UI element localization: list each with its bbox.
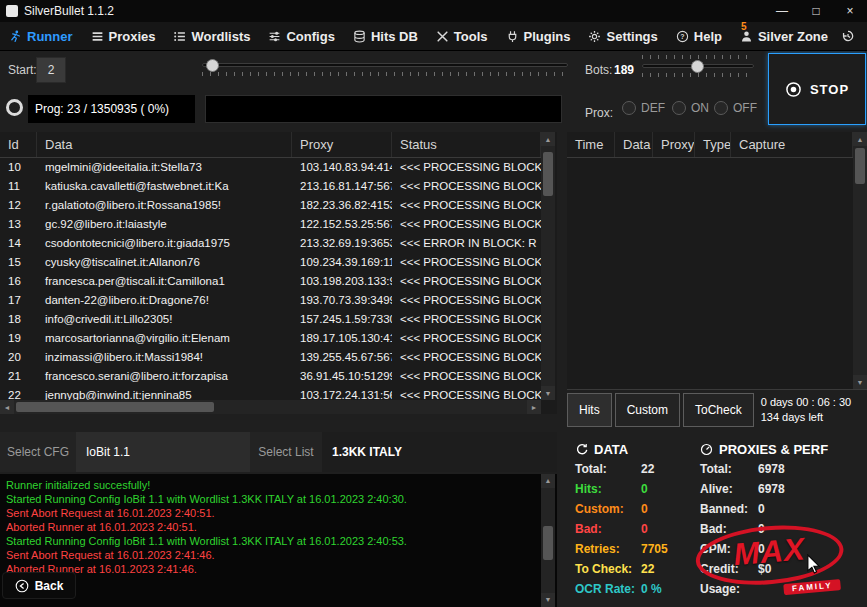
proxies-panel: PROXIES & PERF Total:6978Alive:6978Banne… [700, 439, 828, 599]
bots-value: 189 [614, 63, 634, 77]
table-cell: 14 [0, 234, 37, 253]
stop-label: STOP [810, 82, 849, 97]
log-console[interactable]: Runner initialized succesfully!Started R… [0, 474, 557, 607]
nav-item-tools[interactable]: Tools [427, 22, 497, 50]
table-row[interactable]: 14csodontotecnici@libero.it:giada1975213… [0, 234, 541, 253]
radio-icon[interactable] [672, 101, 686, 115]
bots-slider[interactable] [642, 55, 754, 77]
tab-custom[interactable]: Custom [615, 393, 680, 427]
maximize-button[interactable]: □ [799, 0, 833, 22]
table-cell: 213.32.69.19:36534 [292, 234, 392, 253]
prox-option-on[interactable]: ON [672, 101, 709, 115]
hits-vertical-scrollbar[interactable]: ▲ ▼ [853, 132, 867, 389]
scroll-down-arrow[interactable]: ▼ [541, 593, 555, 607]
table-cell: 10 [0, 158, 37, 177]
start-input[interactable] [36, 57, 66, 83]
column-header-capture[interactable]: Capture [731, 132, 853, 157]
runner-icon [9, 30, 22, 43]
table-row[interactable]: 12r.galatioto@libero.it:Rossana1985!182.… [0, 196, 541, 215]
radio-icon[interactable] [714, 101, 728, 115]
bots-ticks-bottom [642, 73, 754, 77]
table-row[interactable]: 20inzimassi@libero.it:Massi1984!139.255.… [0, 348, 541, 367]
column-header-data[interactable]: Data [37, 132, 292, 157]
table-row[interactable]: 17danten-22@libero.it:Dragone76!193.70.7… [0, 291, 541, 310]
stop-button[interactable]: STOP [768, 53, 866, 125]
column-header-id[interactable]: Id [0, 132, 37, 157]
table-cell: 11 [0, 177, 37, 196]
back-button[interactable]: Back [2, 572, 76, 599]
scrollbar-thumb[interactable] [543, 152, 553, 196]
select-list-button[interactable]: Select List [250, 432, 322, 472]
scrollbar-track[interactable] [541, 488, 555, 593]
table-row[interactable]: 10mgelmini@ideeitalia.it:Stella73103.140… [0, 158, 541, 177]
column-header-data[interactable]: Data [615, 132, 653, 157]
nav-item-hitsdb[interactable]: Hits DB [344, 22, 427, 50]
scroll-up-arrow[interactable]: ▲ [541, 474, 555, 488]
stat-value: 6978 [758, 462, 785, 476]
table-row[interactable]: 19marcosartorianna@virgilio.it:Elenam189… [0, 329, 541, 348]
table-row[interactable]: 11katiuska.cavalletti@fastwebnet.it:Ka21… [0, 177, 541, 196]
stat-label: Total: [700, 462, 758, 476]
nav-item-wordlists[interactable]: Wordlists [164, 22, 259, 50]
scroll-down-arrow[interactable]: ▼ [541, 386, 555, 400]
scrollbar-track[interactable] [14, 400, 527, 414]
speed-slider[interactable] [202, 63, 568, 76]
tab-tocheck[interactable]: ToCheck [683, 393, 754, 427]
scroll-left-arrow[interactable]: ◄ [0, 400, 14, 414]
slider-track[interactable] [202, 63, 568, 67]
prox-option-off[interactable]: OFF [714, 101, 757, 115]
prox-label: Prox: [585, 106, 613, 120]
nav-item-proxies[interactable]: Proxies [82, 22, 165, 50]
table-row[interactable]: 15cyusky@tiscalinet.it:Allanon76109.234.… [0, 253, 541, 272]
prox-option-label: ON [691, 101, 709, 115]
table-cell: <<< PROCESSING BLOCK [392, 215, 541, 234]
stat-row: Retries:7705 [575, 539, 668, 559]
scrollbar-thumb[interactable] [855, 148, 865, 184]
column-header-proxy[interactable]: Proxy [292, 132, 392, 157]
nav-item-silver-zone[interactable]: 5 Silver Zone [731, 22, 837, 50]
back-arrow-icon [15, 579, 29, 593]
log-vertical-scrollbar[interactable]: ▲ ▼ [541, 474, 555, 607]
scroll-up-arrow[interactable]: ▲ [541, 132, 555, 146]
column-header-proxy[interactable]: Proxy [653, 132, 695, 157]
close-button[interactable]: × [833, 0, 867, 22]
silver-zone-badge: 5 [741, 22, 747, 32]
nav-item-runner[interactable]: Runner [0, 22, 82, 50]
tab-hits[interactable]: Hits [567, 393, 612, 427]
plugins-icon [506, 30, 519, 43]
column-header-status[interactable]: Status [392, 132, 541, 157]
radio-icon[interactable] [622, 101, 636, 115]
select-cfg-button[interactable]: Select CFG [0, 432, 76, 472]
scroll-right-arrow[interactable]: ► [527, 400, 541, 414]
table-row[interactable]: 13gc.92@libero.it:laiastyle122.152.53.25… [0, 215, 541, 234]
column-header-time[interactable]: Time [567, 132, 615, 157]
table-cell: <<< PROCESSING BLOCK [392, 272, 541, 291]
table-cell: gc.92@libero.it:laiastyle [37, 215, 292, 234]
minimize-button[interactable]: — [765, 0, 799, 22]
table-row[interactable]: 16francesca.per@tiscali.it:Camillona1103… [0, 272, 541, 291]
runner-vertical-scrollbar[interactable]: ▲ ▼ [541, 132, 555, 400]
nav-item-plugins[interactable]: Plugins [497, 22, 580, 50]
nav-item-help[interactable]: ? Help [667, 22, 731, 50]
bots-slider-knob[interactable] [691, 60, 704, 73]
table-row[interactable]: 18info@crivedil.it:Lillo2305!157.245.1.5… [0, 310, 541, 329]
scrollbar-track[interactable] [853, 146, 867, 375]
slider-knob[interactable] [206, 59, 219, 72]
progress-text-box: Prog: 23 / 1350935 ( 0%) [28, 95, 195, 123]
scroll-down-arrow[interactable]: ▼ [853, 375, 867, 389]
bots-slider-track[interactable] [642, 64, 754, 68]
nav-item-configs[interactable]: Configs [259, 22, 343, 50]
column-header-type[interactable]: Type [695, 132, 731, 157]
nav-label: Help [694, 29, 722, 44]
nav-item-settings[interactable]: Settings [579, 22, 666, 50]
prog-radio-icon[interactable] [6, 99, 23, 116]
scrollbar-thumb[interactable] [543, 526, 553, 560]
prox-option-def[interactable]: DEF [622, 101, 665, 115]
table-row[interactable]: 22jennygb@inwind.it:jennina85103.172.24.… [0, 386, 541, 400]
scrollbar-track[interactable] [541, 146, 555, 386]
scrollbar-thumb[interactable] [16, 402, 214, 412]
runner-horizontal-scrollbar[interactable]: ◄ ► [0, 400, 541, 414]
history-icon[interactable] [837, 25, 859, 47]
table-row[interactable]: 21francesco.serani@libero.it:forzapisa36… [0, 367, 541, 386]
scroll-up-arrow[interactable]: ▲ [853, 132, 867, 146]
